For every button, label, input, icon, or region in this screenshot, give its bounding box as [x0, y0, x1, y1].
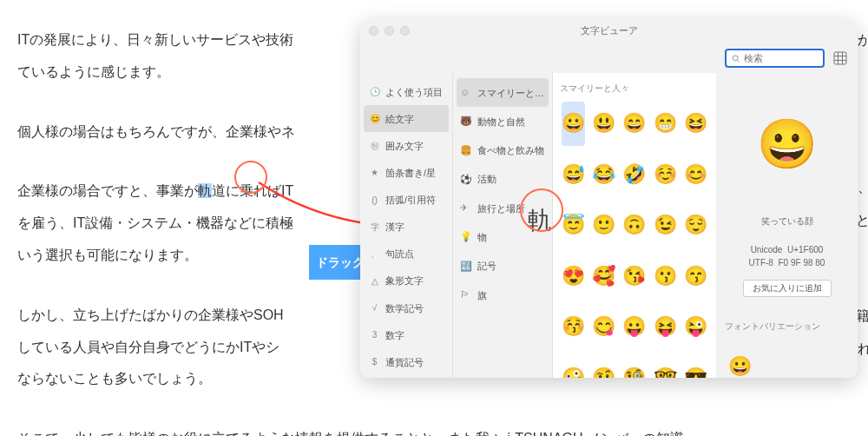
svg-line-1 — [738, 60, 740, 62]
sidebar-item[interactable]: $通貨記号 — [360, 348, 452, 375]
sidebar-item-label: 漢字 — [385, 216, 404, 237]
svg-point-0 — [733, 55, 738, 60]
sidebar-item[interactable]: ()括弧/引用符 — [360, 187, 452, 214]
category-item-label: 食べ物と飲み物 — [477, 140, 544, 161]
sidebar-item-icon: 😊 — [369, 109, 380, 129]
text: ITの発展により、日々新しいサービスや技術 — [17, 32, 293, 47]
category-item[interactable]: 🔣記号 — [453, 252, 552, 281]
variation-emoji[interactable]: 😀 — [728, 345, 752, 378]
category-item-label: 記号 — [477, 255, 496, 276]
emoji-cell[interactable]: 😅 — [562, 153, 585, 197]
emoji-cell[interactable]: 🤣 — [622, 153, 646, 197]
category-item[interactable]: 🏳旗 — [453, 281, 552, 309]
search-input-wrapper[interactable] — [725, 49, 825, 68]
emoji-cell[interactable]: 🥰 — [592, 254, 615, 299]
emoji-cell[interactable]: 😂 — [592, 153, 615, 197]
category-item-icon: 💡 — [460, 226, 472, 248]
emoji-cell[interactable]: ☺️ — [654, 153, 677, 197]
sidebar-item-icon: √ — [369, 298, 380, 318]
sidebar-item-icon: 字 — [369, 217, 380, 237]
sidebar-item[interactable]: △象形文字 — [360, 268, 452, 294]
titlebar[interactable]: 文字ビューア — [360, 19, 858, 43]
emoji-cell[interactable]: 🙃 — [622, 203, 646, 248]
emoji-cell[interactable]: 😚 — [562, 305, 585, 349]
emoji-cell[interactable]: 😋 — [592, 305, 615, 349]
emoji-cell[interactable]: 😛 — [622, 305, 646, 349]
sidebar-item-icon: $ — [369, 352, 380, 372]
sidebar-item[interactable]: 🕒よく使う項目 — [360, 78, 452, 105]
category-item-label: スマイリーと… — [477, 83, 544, 103]
window-controls[interactable] — [369, 26, 410, 36]
emoji-cell[interactable]: 🤓 — [654, 356, 677, 378]
sidebar-item-label: 箇条書き/星 — [385, 162, 436, 183]
emoji-cell[interactable]: 😜 — [684, 305, 707, 349]
text: ているように感じます。 — [17, 64, 170, 79]
sidebar-item[interactable]: √数学記号 — [360, 294, 452, 321]
emoji-cell[interactable]: 😙 — [684, 254, 707, 299]
emoji-cell[interactable]: 😁 — [654, 102, 677, 146]
sidebar-item[interactable]: ★箇条書き/星 — [360, 159, 452, 186]
window-title: 文字ビューア — [581, 20, 638, 42]
search-icon — [732, 54, 740, 63]
emoji-cell[interactable]: 😌 — [684, 203, 707, 248]
toolbar — [360, 43, 858, 73]
category-item-label: 動物と自然 — [477, 111, 525, 132]
character-viewer-window[interactable]: 文字ビューア 🕒よく使う項目😊絵文字㊕囲み文字★箇条書き/星()括弧/引用符字漢… — [360, 19, 858, 378]
emoji-cell[interactable]: 😊 — [684, 153, 707, 197]
sidebar-item-icon: ★ — [369, 162, 380, 182]
text: 企業様の場合ですと、事業が — [17, 183, 198, 198]
emoji-cell[interactable]: 😄 — [622, 102, 646, 146]
sidebar-item[interactable]: 😊絵文字 — [364, 105, 449, 132]
category-item-icon: 🍔 — [460, 140, 472, 162]
emoji-cell[interactable]: 😝 — [654, 305, 677, 349]
preview-panel: 😀 笑っている顔 Unicode U+1F600 UTF-8 F0 9F 98 … — [716, 73, 858, 378]
sidebar-item-label: 数字 — [385, 325, 404, 346]
emoji-cell[interactable]: 🤪 — [562, 356, 585, 378]
text: ならないことも多いでしょう。 — [17, 371, 212, 386]
category-item[interactable]: 🍔食べ物と飲み物 — [453, 136, 552, 165]
category-item-label: 活動 — [477, 168, 496, 189]
variation-label: フォントバリエーション — [725, 316, 820, 336]
sidebar-item[interactable]: あ… — [360, 376, 452, 378]
emoji-cell[interactable]: 😘 — [622, 254, 646, 299]
emoji-cell[interactable]: 😃 — [592, 102, 615, 146]
sidebar-item[interactable]: 、句読点 — [360, 241, 452, 268]
emoji-grid[interactable]: 😀😃😄😁😆😅😂🤣☺️😊😇🙂🙃😉😌😍🥰😘😗😙😚😋😛😝😜🤪🤨🧐🤓😎🤩🥳😏😒😞😔😟😕🙁… — [553, 102, 716, 378]
sidebar-item-label: 句読点 — [385, 243, 414, 264]
grid-toggle-icon[interactable] — [833, 51, 847, 65]
emoji-cell[interactable]: 🙂 — [592, 203, 615, 248]
text: そこで、少しでも皆様のお役に立てるような情報を提供することと、また我々 i-TS… — [17, 423, 851, 436]
selected-text[interactable]: 軌 — [198, 183, 212, 198]
category-item[interactable]: 🐻動物と自然 — [453, 107, 552, 135]
emoji-grid-header: スマイリーと人々 — [553, 73, 716, 102]
emoji-cell[interactable]: 😆 — [684, 102, 707, 146]
emoji-cell[interactable]: 😗 — [654, 254, 677, 299]
sidebar-item[interactable]: 3数字 — [360, 321, 452, 348]
text: しかし、立ち上げたばかりの企業様やSOH — [17, 307, 284, 322]
category-item[interactable]: ☺スマイリーと… — [457, 78, 549, 107]
sidebar-item-icon: ㊕ — [369, 135, 380, 155]
minimize-icon[interactable] — [385, 26, 394, 36]
search-input[interactable] — [744, 53, 819, 63]
zoom-icon[interactable] — [400, 26, 410, 36]
emoji-cell[interactable]: 😍 — [562, 254, 585, 299]
emoji-cell[interactable]: 😉 — [654, 203, 677, 248]
emoji-cell[interactable]: 🧐 — [622, 356, 646, 378]
emoji-cell[interactable]: 😀 — [562, 102, 585, 146]
text: している人員や自分自身でどうにかITやシ — [17, 340, 279, 354]
sidebar-item-label: 象形文字 — [385, 270, 424, 291]
category-item-icon: ☺ — [460, 82, 472, 103]
sidebar-item[interactable]: ㊕囲み文字 — [360, 132, 452, 159]
category-item-icon: 🐻 — [460, 110, 472, 132]
emoji-cell[interactable]: 😇 — [562, 203, 585, 248]
annotation-circle-target — [520, 188, 563, 232]
sidebar-item[interactable]: 字漢字 — [360, 214, 452, 241]
close-icon[interactable] — [369, 26, 378, 36]
emoji-cell[interactable]: 🤨 — [592, 356, 615, 378]
sidebar-item-label: 数学記号 — [385, 298, 424, 319]
add-favorite-button[interactable]: お気に入りに追加 — [743, 280, 832, 297]
emoji-grid-panel: スマイリーと人々 😀😃😄😁😆😅😂🤣☺️😊😇🙂🙃😉😌😍🥰😘😗😙😚😋😛😝😜🤪🤨🧐🤓😎… — [553, 73, 716, 378]
preview-codes: Unicode U+1F600 UTF-8 F0 9F 98 80 — [749, 243, 825, 269]
sidebar-item-icon: △ — [369, 271, 380, 291]
emoji-cell[interactable]: 😎 — [684, 356, 707, 378]
